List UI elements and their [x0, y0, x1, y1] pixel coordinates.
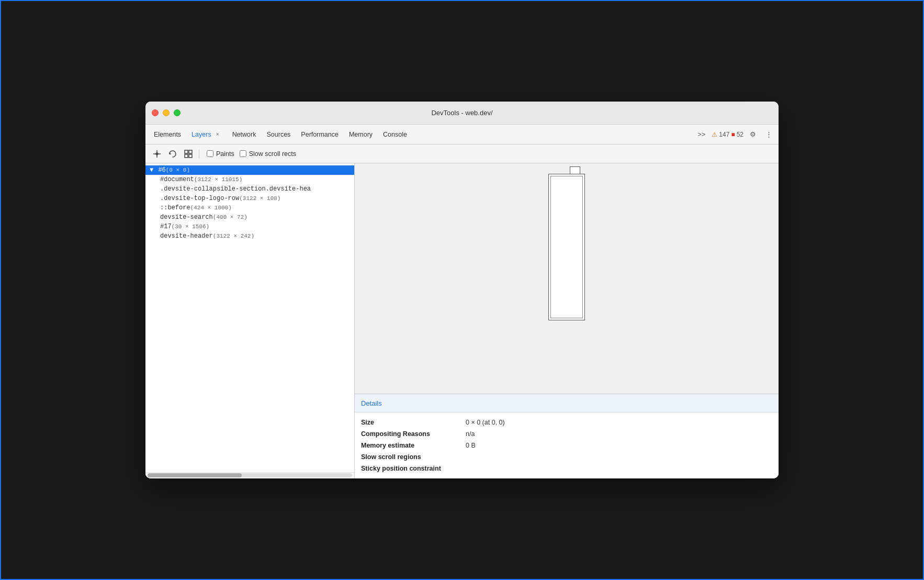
layer-name-logo-row: .devsite-top-logo-row: [160, 195, 239, 202]
close-button[interactable]: [152, 109, 159, 116]
paints-label: Paints: [216, 150, 234, 158]
layers-scrollbar-track: [148, 473, 352, 477]
details-panel: Details Size 0 × 0 (at 0, 0) Compositing…: [355, 394, 779, 478]
toolbar: Paints Slow scroll rects: [145, 144, 779, 163]
title-bar: DevTools - web.dev/: [145, 102, 779, 125]
layer-item-root[interactable]: ▼ #6(0 × 0): [145, 165, 354, 175]
wireframe-outer: [548, 174, 585, 320]
tab-bar-right: >> ⚠ 147 ■ 52 ⚙ ⋮: [694, 128, 775, 140]
details-row-compositing: Compositing Reasons n/a: [361, 428, 772, 440]
devtools-window: DevTools - web.dev/ Elements Layers × Ne…: [145, 102, 779, 478]
slow-scroll-rects-label: Slow scroll rects: [249, 150, 296, 158]
slow-scroll-rects-checkbox[interactable]: [240, 150, 246, 157]
tab-layers-close[interactable]: ×: [213, 130, 222, 139]
tab-bar: Elements Layers × Network Sources Perfor…: [145, 125, 779, 144]
window-title: DevTools - web.dev/: [431, 109, 492, 117]
paints-checkbox[interactable]: [207, 150, 213, 157]
layer-dim-search: (400 × 72): [213, 214, 247, 220]
warning-icon: ⚠: [712, 131, 717, 138]
layer-name-root: #6: [158, 166, 165, 174]
wireframe-inner: [550, 176, 583, 318]
warning-badge: ⚠ 147 ■ 52: [712, 131, 743, 138]
layer-name-document: #document: [160, 176, 194, 183]
tab-elements[interactable]: Elements: [149, 125, 186, 144]
svg-rect-6: [189, 154, 192, 158]
layer-dim-17: (30 × 1506): [172, 224, 210, 230]
wireframe-visualization: [548, 174, 585, 320]
minimize-button[interactable]: [163, 109, 170, 116]
details-value-memory: 0 B: [466, 442, 476, 449]
layer-name-search: devsite-search: [160, 214, 213, 221]
details-row-memory: Memory estimate 0 B: [361, 440, 772, 451]
details-label-memory: Memory estimate: [361, 442, 466, 449]
svg-rect-5: [185, 154, 188, 158]
more-tabs-button[interactable]: >>: [694, 128, 708, 140]
maximize-button[interactable]: [174, 109, 181, 116]
canvas-area[interactable]: [355, 163, 779, 394]
layers-panel: ▼ #6(0 × 0) #document(3122 × 11015) .dev…: [145, 163, 355, 478]
tab-performance[interactable]: Performance: [296, 125, 344, 144]
layer-item-collapsible[interactable]: .devsite-collapsible-section.devsite-hea: [145, 184, 354, 194]
layer-name-collapsible: .devsite-collapsible-section.devsite-hea: [160, 185, 311, 193]
right-panel: Details Size 0 × 0 (at 0, 0) Compositing…: [355, 163, 779, 478]
rotate-mode-button[interactable]: [165, 147, 180, 161]
slow-scroll-rects-checkbox-label[interactable]: Slow scroll rects: [240, 150, 296, 158]
details-row-size: Size 0 × 0 (at 0, 0): [361, 417, 772, 428]
svg-rect-3: [185, 150, 188, 153]
tab-memory[interactable]: Memory: [344, 125, 378, 144]
details-value-size: 0 × 0 (at 0, 0): [466, 419, 505, 426]
wireframe-tab: [570, 166, 580, 174]
error-count: 52: [737, 131, 743, 138]
details-header: Details: [355, 394, 779, 412]
pan-mode-button[interactable]: [150, 147, 164, 161]
layer-dim-root: (0 × 0): [166, 167, 190, 173]
layer-toggle-root: ▼: [150, 166, 153, 174]
layer-name-before: ::before: [160, 204, 190, 211]
details-value-compositing: n/a: [466, 430, 475, 438]
tab-console[interactable]: Console: [378, 125, 412, 144]
layer-item-logo-row[interactable]: .devsite-top-logo-row(3122 × 108): [145, 194, 354, 203]
svg-rect-4: [189, 150, 192, 153]
layers-tree[interactable]: ▼ #6(0 × 0) #document(3122 × 11015) .dev…: [145, 163, 354, 472]
details-label-size: Size: [361, 419, 466, 426]
layers-scrollbar-area[interactable]: [145, 472, 354, 478]
layer-item-header[interactable]: devsite-header(3122 × 242): [145, 231, 354, 241]
details-label-sticky: Sticky position constraint: [361, 465, 466, 472]
error-icon: ■: [731, 131, 735, 138]
layer-item-search[interactable]: devsite-search(400 × 72): [145, 213, 354, 222]
layer-item-17[interactable]: #17(30 × 1506): [145, 222, 354, 231]
tab-network[interactable]: Network: [227, 125, 262, 144]
layer-item-before[interactable]: ::before(424 × 1000): [145, 203, 354, 213]
details-row-slow-scroll: Slow scroll regions: [361, 451, 772, 463]
layer-dim-document: (3122 × 11015): [194, 176, 242, 183]
reset-transform-button[interactable]: [181, 147, 196, 161]
layers-scrollbar-thumb[interactable]: [148, 473, 242, 477]
toolbar-separator: [199, 149, 199, 159]
layer-name-17: #17: [160, 223, 172, 230]
warning-count: 147: [719, 131, 729, 138]
main-content: ▼ #6(0 × 0) #document(3122 × 11015) .dev…: [145, 163, 779, 478]
tab-sources[interactable]: Sources: [261, 125, 296, 144]
details-label-slow-scroll: Slow scroll regions: [361, 453, 466, 461]
kebab-menu-button[interactable]: ⋮: [762, 128, 775, 140]
layer-dim-before: (424 × 1000): [190, 205, 232, 211]
details-body: Size 0 × 0 (at 0, 0) Compositing Reasons…: [355, 412, 779, 478]
traffic-lights: [152, 109, 181, 116]
settings-button[interactable]: ⚙: [747, 128, 759, 140]
layer-dim-logo-row: (3122 × 108): [239, 195, 280, 202]
details-label-compositing: Compositing Reasons: [361, 430, 466, 438]
tab-layers[interactable]: Layers ×: [186, 125, 227, 144]
paints-checkbox-label[interactable]: Paints: [207, 150, 234, 158]
details-row-sticky: Sticky position constraint: [361, 463, 772, 474]
layer-dim-header: (3122 × 242): [213, 233, 254, 239]
details-title: Details: [361, 399, 382, 407]
layer-name-header: devsite-header: [160, 232, 213, 240]
layer-item-document[interactable]: #document(3122 × 11015): [145, 175, 354, 184]
